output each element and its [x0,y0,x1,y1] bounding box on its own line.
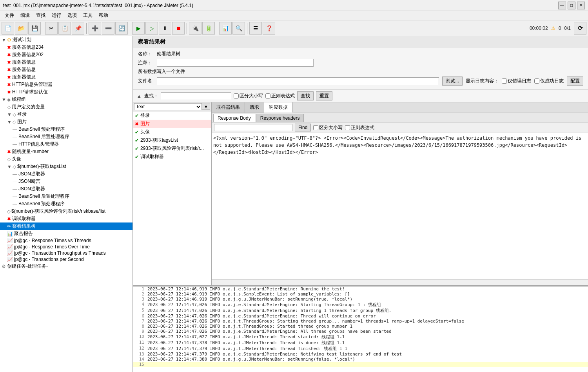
case-sensitive-checkbox[interactable] [234,93,239,98]
template-btn[interactable]: 📊 [219,22,232,35]
collapse-btn[interactable]: ➖ [102,22,114,35]
tree-item-json-extractor2[interactable]: — JSON提取器 [0,185,132,193]
tree-item-json-assert[interactable]: — JSON断言 [0,178,132,185]
regex-checkbox[interactable] [265,93,270,98]
result-item-debug[interactable]: ✔ 调试取样器 [133,153,211,161]
close-btn[interactable]: ✕ [577,2,585,9]
menu-file[interactable]: 文件 [2,11,17,20]
tab-response-data[interactable]: 响应数据 [264,102,293,113]
start-no-pause-btn[interactable]: ▷ [145,22,158,35]
tree-item-server202[interactable]: ✖ 服务器信息202 [0,51,132,58]
copy-btn[interactable]: 📋 [58,22,71,35]
tree-item-http-header2[interactable]: — HTTP信息头管理器 [0,140,132,148]
search-input[interactable] [161,92,231,100]
start-btn[interactable]: ▶ [132,22,145,35]
result-item-gettags[interactable]: ✔ 2933-获取tagsList [133,136,211,144]
tree-item-http-header1[interactable]: ✖ HTTP信息头管理器 [0,81,132,88]
cut-btn[interactable]: ✂ [45,22,58,35]
sub-tab-response-headers[interactable]: Response headers [256,114,304,122]
tree-item-threadgroup[interactable]: ▼ ◆ 线程组 [0,96,132,103]
tree-item-avatar[interactable]: ◇ 头像 [0,155,132,163]
content-find-btn[interactable]: Find [295,124,311,131]
reset-btn[interactable]: 重置 [316,91,332,100]
browse-btn[interactable]: 浏览... [442,77,463,86]
log-num: 6 [135,314,144,319]
paste-btn[interactable]: 📌 [72,22,84,35]
tree-item-server234[interactable]: ✖ 服务器信息234 [0,44,132,51]
list-btn[interactable]: ☰ [249,22,262,35]
pause-btn[interactable]: ⏸ [159,22,171,35]
view-format-select[interactable]: Text HTML JSON XML [134,103,202,110]
refresh-btn[interactable]: ⟳ [574,22,586,35]
file-input[interactable] [157,77,439,85]
sub-tab-response-body[interactable]: Response Body [213,114,255,122]
result-label: 调试取样器 [140,153,164,160]
search2-btn[interactable]: 🔍 [232,22,245,35]
find-btn[interactable]: 查找 [297,91,314,100]
remote-stop-btn[interactable]: 🔋 [202,22,215,35]
save-btn[interactable]: 💾 [28,22,41,35]
tree-item-jp3[interactable]: 📈 jp@gc - Transaction Throughput vs Thre… [0,250,132,256]
menu-find[interactable]: 查找 [33,11,49,20]
tree-item-beanshell-pre[interactable]: — BeanShell 预处理程序 [0,126,132,133]
tree-item-jp2[interactable]: 📈 jp@gc - Response Times Over Time [0,244,132,250]
open-btn[interactable]: 📂 [15,22,27,35]
success-only-checkbox[interactable] [534,78,539,84]
tree-item-beanshell-pre2[interactable]: — BeanShell 预处理程序 [0,200,132,208]
tree-item-server1[interactable]: ✖ 服务器信息 [0,58,132,66]
help-btn[interactable]: ❓ [263,22,275,35]
stop-btn[interactable]: ⏹ [172,22,185,35]
tree-label: BeanShell 后置处理程序 [18,193,69,200]
tree-item-jp1[interactable]: 📈 jp@gc - Response Times vs Threads [0,237,132,244]
tree-item-view-results[interactable]: ✏ 察看结果树 [0,222,132,230]
content-regex-checkbox[interactable] [345,125,350,130]
tree-item-random-number[interactable]: ✖ 随机变量-number [0,148,132,155]
tree-item-debug[interactable]: ✖ 调试取样器 [0,215,132,222]
tree-item-http-default[interactable]: ✖ HTTP请求默认值 [0,88,132,96]
tree-item-gettags[interactable]: ▼ ◇ $(number)-获取tagsList [0,163,132,170]
tree-item-json-extractor1[interactable]: — JSON提取器 [0,170,132,178]
expand-btn[interactable]: ➕ [89,22,101,35]
config-btn[interactable]: 配置 [567,77,583,86]
menu-help[interactable]: 帮助 [96,11,111,20]
horizontal-scrollbar[interactable] [212,279,588,285]
tree-item-server3[interactable]: ✖ 服务器信息 [0,73,132,81]
comment-input[interactable] [157,59,314,67]
tree-item-create-task[interactable]: ⚙ 创建任务-处理任务- [0,263,132,270]
menu-tools[interactable]: 工具 [80,11,96,20]
menu-run[interactable]: 运行 [49,11,64,20]
tree-item-login[interactable]: ▼ ◇ 登录 [0,111,132,118]
menubar: 文件 编辑 查找 运行 选项 工具 帮助 [0,11,588,20]
tree-item-aggregate[interactable]: 📊 聚合报告 [0,230,132,237]
menu-options[interactable]: 选项 [64,11,80,20]
errors-only-label: 仅错误日志 [502,78,531,84]
toggle-btn[interactable]: 🔄 [115,22,128,35]
content-search-input[interactable] [214,124,292,131]
tab-sampler-result[interactable]: 取样器结果 [212,102,245,113]
errors-only-checkbox[interactable] [502,78,507,84]
result-item-login[interactable]: ✔ 登录 [133,111,211,120]
minimize-btn[interactable]: — [558,2,566,9]
result-item-image[interactable]: ✖ 图片 [133,120,211,128]
tree-item-beanshell-post2[interactable]: — BeanShell 后置处理程序 [0,193,132,200]
new-btn[interactable]: 📄 [2,22,14,35]
tree-item-server2[interactable]: ✖ 服务器信息 [0,66,132,73]
tree-item-image[interactable]: ▼ ◇ 图片 [0,118,132,126]
log-num: 1 [135,286,144,292]
view-toggle-btn[interactable]: ▼ [202,104,210,110]
tree-item-user-vars[interactable]: ◇ 用户定义的变量 [0,103,132,111]
split-left-panel: Text HTML JSON XML ▼ ✔ 登录 ✖ 图片 [133,102,212,285]
menu-edit[interactable]: 编辑 [17,11,33,20]
maximize-btn[interactable]: □ [568,2,575,9]
content-case-checkbox[interactable] [313,125,318,130]
tree-item-beanshell-post[interactable]: — BeanShell 后置处理程序 [0,133,132,140]
result-item-getrisk[interactable]: ✔ 2933-获取风险评价列表risk/r... [133,144,211,153]
tab-request[interactable]: 请求 [245,102,264,113]
tree-item-getrisk[interactable]: ◇ $(number)-获取风险评价列表risk/riskbase/list [0,208,132,215]
tree-item-testplan[interactable]: ▼ ⚙ 测试计划 [0,36,132,44]
result-item-avatar[interactable]: ✔ 头像 [133,128,211,136]
title-text: test_001.jmx (D:\jmeter\apache-jmeter-5.… [3,3,193,8]
tree-label: 聚合报告 [14,230,33,237]
remote-start-btn[interactable]: 🔌 [189,22,201,35]
tree-item-jp4[interactable]: 📈 jp@gc - Transactions per Second [0,256,132,263]
